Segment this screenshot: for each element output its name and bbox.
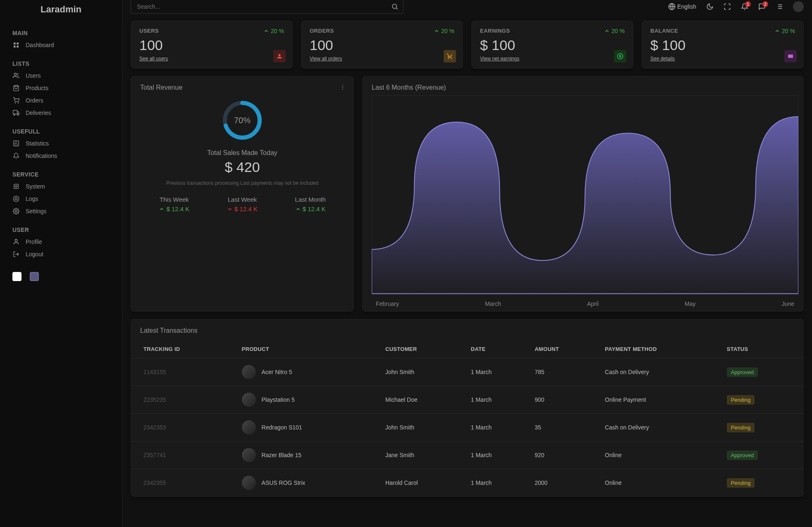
fullscreen-icon[interactable]: [724, 3, 731, 10]
logo[interactable]: Laradmin: [0, 4, 122, 22]
date-cell: 1 March: [464, 414, 528, 441]
svg-point-6: [18, 103, 19, 103]
sidebar-item-label: Logs: [26, 196, 38, 202]
sidebar-item-statistics[interactable]: Statistics: [12, 137, 110, 150]
chart-x-label: May: [685, 300, 695, 307]
stat-link[interactable]: See details: [650, 56, 675, 62]
more-icon[interactable]: [339, 84, 346, 91]
stat-pct: 20 %: [263, 28, 284, 34]
language-selector[interactable]: English: [668, 3, 696, 10]
svg-rect-14: [14, 184, 19, 189]
svg-rect-3: [14, 45, 16, 48]
mini-label: Last Week: [208, 196, 277, 203]
stat-link[interactable]: See all users: [139, 56, 168, 62]
stat-link[interactable]: View all orders: [310, 56, 342, 62]
tracking-id: 2235235: [131, 386, 235, 414]
stat-title: EARNINGS: [480, 28, 625, 34]
dashboard-icon: [12, 41, 20, 49]
total-revenue-panel: Total Revenue 70% Total Sales Made Tod: [131, 76, 354, 312]
table-row[interactable]: 1143155 Acer Nitro 5 John Smith 1 March …: [131, 358, 803, 386]
bell-icon: [12, 152, 20, 160]
avatar[interactable]: [793, 1, 804, 12]
truck-icon: [12, 109, 20, 117]
table-header: DATE: [464, 340, 528, 358]
table-row[interactable]: 2342353 Redragon S101 John Smith 1 March…: [131, 414, 803, 441]
notifications-icon[interactable]: 1: [741, 3, 748, 10]
product-thumb: [242, 365, 256, 379]
dark-mode-toggle[interactable]: [706, 3, 714, 10]
stats-icon: [12, 140, 20, 147]
search-icon[interactable]: [391, 3, 399, 10]
list-icon[interactable]: [776, 3, 783, 10]
sidebar-item-system[interactable]: System: [12, 180, 110, 193]
table-row[interactable]: 2235235 Playstation 5 Michael Doe 1 Marc…: [131, 386, 803, 414]
table-row[interactable]: 2342355 ASUS ROG Strix Harold Carol 1 Ma…: [131, 469, 803, 497]
sidebar-item-label: Notifications: [26, 153, 57, 159]
donut-label: 70%: [234, 116, 251, 125]
sidebar-item-label: Orders: [26, 97, 43, 104]
sidebar-item-deliveries[interactable]: Deliveries: [12, 107, 110, 119]
amount-cell: 900: [528, 386, 598, 414]
product-cell: Acer Nitro 5: [235, 358, 379, 386]
theme-light[interactable]: [12, 272, 21, 281]
sidebar-section-title: USER: [12, 222, 110, 236]
msg-badge: 2: [762, 1, 768, 7]
globe-icon: [668, 3, 676, 10]
sidebar-item-logs[interactable]: Logs: [12, 193, 110, 205]
stat-card-balance: BALANCE 20 % $ 100 See details: [642, 21, 804, 69]
stat-link[interactable]: View net earnings: [480, 56, 519, 62]
panel-title: Total Revenue: [140, 84, 344, 91]
stat-icon: [273, 50, 286, 62]
stat-pct: 20 %: [604, 28, 625, 34]
product-thumb: [242, 476, 256, 490]
status-cell: Pending: [720, 414, 803, 441]
svg-point-9: [17, 114, 19, 115]
customer-cell: John Smith: [379, 358, 464, 386]
sidebar-item-notifications[interactable]: Notifications: [12, 150, 110, 162]
chart-title: Last 6 Months (Revenue): [372, 84, 798, 91]
sidebar-item-label: Deliveries: [26, 110, 51, 116]
sidebar-section-title: LISTS: [12, 56, 110, 69]
notif-badge: 1: [745, 1, 751, 7]
sidebar-item-settings[interactable]: Settings: [12, 205, 110, 217]
sidebar-item-products[interactable]: Products: [12, 82, 110, 94]
chart-x-label: March: [485, 300, 501, 307]
stat-card-earnings: EARNINGS 20 % $ 100 View net earnings: [471, 21, 633, 69]
sidebar-item-profile[interactable]: Profile: [12, 236, 110, 248]
settings-icon: [12, 207, 20, 215]
mini-stat: Last Week $ 12.4 K: [208, 196, 277, 212]
stat-title: BALANCE: [650, 28, 795, 34]
stat-pct: 20 %: [774, 28, 795, 34]
messages-icon[interactable]: 2: [758, 3, 766, 10]
table-header: CUSTOMER: [379, 340, 464, 358]
method-cell: Online Payment: [598, 386, 720, 414]
tracking-id: 2342355: [131, 469, 235, 497]
svg-point-16: [13, 196, 19, 201]
customer-cell: Michael Doe: [379, 386, 464, 414]
table-header: TRACKING ID: [131, 340, 235, 358]
table-row[interactable]: 2357741 Razer Blade 15 Jane Smith 1 Marc…: [131, 441, 803, 469]
date-cell: 1 March: [464, 358, 528, 386]
stat-card-orders: ORDERS 20 % 100 View all orders: [301, 21, 463, 69]
svg-point-33: [342, 89, 343, 90]
revenue-chart-panel: Last 6 Months (Revenue): [362, 76, 804, 312]
method-cell: Online: [598, 469, 720, 497]
amount-cell: 920: [528, 441, 598, 469]
sidebar-item-dashboard[interactable]: Dashboard: [12, 39, 110, 51]
sidebar-item-orders[interactable]: Orders: [12, 94, 110, 107]
orders-icon: [12, 97, 20, 104]
mini-value: $ 12.4 K: [208, 205, 277, 212]
svg-point-31: [342, 85, 343, 86]
svg-point-17: [15, 198, 17, 200]
topbar: English 1 2: [122, 0, 812, 17]
sidebar-item-logout[interactable]: Logout: [12, 248, 110, 260]
theme-dark[interactable]: [30, 272, 39, 281]
status-cell: Pending: [720, 469, 803, 497]
svg-point-5: [15, 103, 15, 103]
svg-point-4: [14, 73, 16, 75]
mini-label: This Week: [140, 196, 208, 203]
table-header: AMOUNT: [528, 340, 598, 358]
search-input[interactable]: [131, 0, 404, 14]
mini-label: Last Month: [276, 196, 344, 203]
sidebar-item-users[interactable]: Users: [12, 69, 110, 82]
